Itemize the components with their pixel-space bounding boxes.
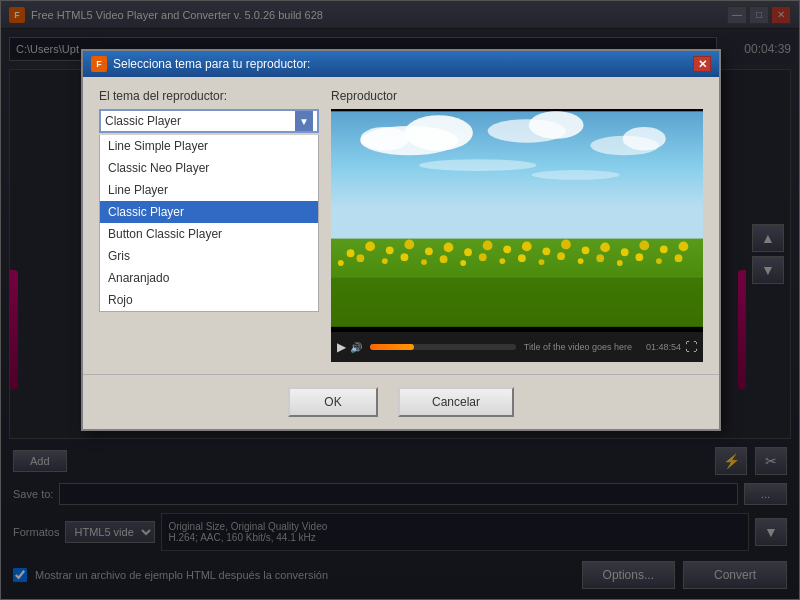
- theme-item-line-simple[interactable]: Line Simple Player: [100, 135, 318, 157]
- svg-point-23: [582, 246, 590, 254]
- time-code: 01:48:54: [636, 342, 681, 352]
- theme-item-classic-neo[interactable]: Classic Neo Player: [100, 157, 318, 179]
- svg-point-32: [401, 253, 409, 261]
- svg-point-46: [675, 254, 683, 262]
- svg-point-33: [421, 259, 427, 265]
- theme-list: Line Simple Player Classic Neo Player Li…: [99, 135, 319, 312]
- svg-point-2: [404, 115, 473, 150]
- progress-fill: [370, 344, 414, 350]
- preview-controls: ▶ 🔊 Title of the video goes here 01:48:5…: [331, 332, 703, 362]
- svg-point-37: [499, 258, 505, 264]
- svg-point-39: [539, 259, 545, 265]
- theme-item-anaranjado[interactable]: Anaranjado: [100, 267, 318, 289]
- svg-rect-47: [331, 278, 703, 327]
- main-window: F Free HTML5 Video Player and Converter …: [0, 0, 800, 600]
- theme-item-rojo[interactable]: Rojo: [100, 289, 318, 311]
- svg-point-17: [464, 248, 472, 256]
- svg-point-43: [617, 260, 623, 266]
- theme-panel: El tema del reproductor: Classic Player …: [99, 89, 319, 362]
- preview-image: [331, 109, 703, 329]
- modal-close-button[interactable]: ✕: [693, 56, 711, 72]
- svg-point-3: [360, 127, 409, 150]
- theme-item-line[interactable]: Line Player: [100, 179, 318, 201]
- svg-point-42: [596, 254, 604, 262]
- svg-point-31: [382, 258, 388, 264]
- preview-container: ▶ 🔊 Title of the video goes here 01:48:5…: [331, 109, 703, 362]
- svg-point-24: [600, 242, 610, 252]
- progress-bar[interactable]: [370, 344, 516, 350]
- svg-point-35: [460, 260, 466, 266]
- modal-title: Selecciona tema para tu reproductor:: [113, 57, 310, 71]
- theme-item-gris[interactable]: Gris: [100, 245, 318, 267]
- svg-point-38: [518, 254, 526, 262]
- play-button[interactable]: ▶: [337, 340, 346, 354]
- svg-point-34: [440, 255, 448, 263]
- svg-point-30: [356, 254, 364, 262]
- svg-point-21: [542, 247, 550, 255]
- svg-point-7: [623, 127, 666, 150]
- svg-point-15: [425, 247, 433, 255]
- svg-point-29: [338, 260, 344, 266]
- svg-point-28: [679, 242, 689, 252]
- svg-point-18: [483, 241, 493, 251]
- fullscreen-button[interactable]: ⛶: [685, 340, 697, 354]
- svg-point-13: [386, 246, 394, 254]
- svg-point-40: [557, 252, 565, 260]
- theme-panel-label: El tema del reproductor:: [99, 89, 319, 103]
- ok-button[interactable]: OK: [288, 387, 378, 417]
- svg-point-16: [444, 242, 454, 252]
- svg-point-27: [660, 245, 668, 253]
- modal-title-left: F Selecciona tema para tu reproductor:: [91, 56, 310, 72]
- modal-footer: OK Cancelar: [83, 374, 719, 429]
- svg-point-5: [529, 111, 584, 138]
- svg-point-12: [365, 242, 375, 252]
- svg-point-14: [404, 240, 414, 250]
- svg-point-26: [639, 241, 649, 251]
- volume-icon[interactable]: 🔊: [350, 342, 362, 353]
- modal-overlay: F Selecciona tema para tu reproductor: ✕…: [1, 1, 799, 599]
- video-title: Title of the video goes here: [524, 342, 632, 352]
- svg-point-36: [479, 253, 487, 261]
- theme-dropdown[interactable]: Classic Player ▼: [99, 109, 319, 133]
- preview-label: Reproductor: [331, 89, 703, 103]
- theme-dropdown-value: Classic Player: [105, 114, 181, 128]
- theme-item-classic[interactable]: Classic Player: [100, 201, 318, 223]
- svg-point-45: [656, 258, 662, 264]
- modal-body: El tema del reproductor: Classic Player …: [83, 77, 719, 374]
- theme-item-button-classic[interactable]: Button Classic Player: [100, 223, 318, 245]
- modal-dialog: F Selecciona tema para tu reproductor: ✕…: [81, 49, 721, 431]
- svg-point-8: [419, 159, 536, 171]
- preview-panel: Reproductor: [331, 89, 703, 362]
- svg-point-19: [503, 245, 511, 253]
- svg-point-20: [522, 242, 532, 252]
- svg-point-25: [621, 248, 629, 256]
- svg-point-41: [578, 258, 584, 264]
- svg-point-11: [347, 249, 355, 257]
- svg-point-44: [635, 253, 643, 261]
- modal-title-bar: F Selecciona tema para tu reproductor: ✕: [83, 51, 719, 77]
- cancel-button[interactable]: Cancelar: [398, 387, 514, 417]
- svg-point-22: [561, 240, 571, 250]
- svg-point-9: [532, 170, 620, 180]
- theme-dropdown-arrow-icon: ▼: [295, 111, 313, 131]
- modal-app-icon: F: [91, 56, 107, 72]
